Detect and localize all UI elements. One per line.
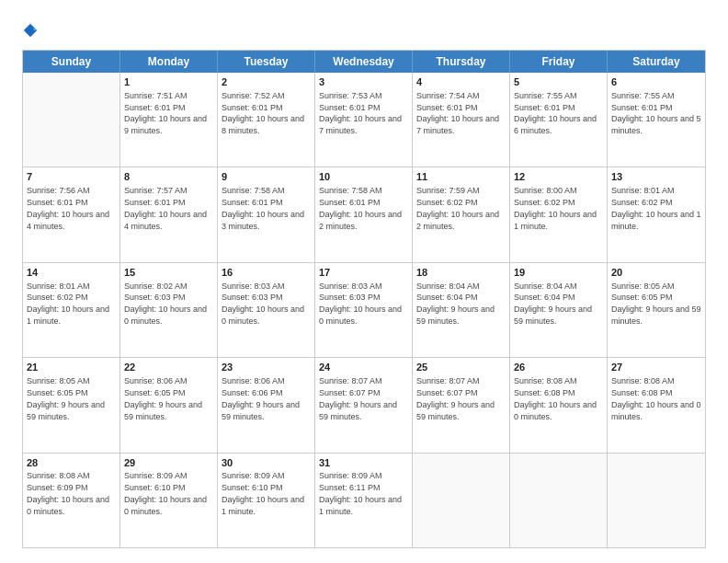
calendar-cell (510, 454, 608, 547)
day-number: 4 (416, 75, 506, 89)
day-number: 19 (514, 266, 603, 280)
day-number: 30 (222, 456, 311, 470)
day-number: 26 (514, 361, 603, 374)
cell-info: Sunrise: 7:54 AMSunset: 6:01 PMDaylight:… (416, 91, 499, 135)
calendar-header: SundayMondayTuesdayWednesdayThursdayFrid… (23, 51, 705, 73)
cell-info: Sunrise: 7:52 AMSunset: 6:01 PMDaylight:… (222, 91, 304, 135)
header (22, 18, 706, 39)
calendar-header-cell: Tuesday (218, 51, 315, 73)
calendar-cell (413, 454, 510, 547)
calendar-body: 1Sunrise: 7:51 AMSunset: 6:01 PMDaylight… (23, 73, 705, 547)
day-number: 18 (416, 266, 506, 280)
calendar-cell: 17Sunrise: 8:03 AMSunset: 6:03 PMDayligh… (315, 263, 413, 357)
calendar-cell (608, 454, 705, 547)
calendar-cell: 1Sunrise: 7:51 AMSunset: 6:01 PMDaylight… (120, 73, 218, 167)
day-number: 16 (222, 266, 311, 280)
day-number: 21 (27, 361, 116, 374)
calendar-header-cell: Saturday (608, 51, 705, 73)
cell-info: Sunrise: 8:08 AMSunset: 6:09 PMDaylight:… (27, 471, 109, 515)
cell-info: Sunrise: 8:02 AMSunset: 6:03 PMDaylight:… (124, 282, 207, 326)
calendar-cell: 11Sunrise: 7:59 AMSunset: 6:02 PMDayligh… (413, 167, 510, 261)
cell-info: Sunrise: 8:01 AMSunset: 6:02 PMDaylight:… (611, 186, 701, 230)
day-number: 10 (319, 170, 408, 184)
calendar-cell: 22Sunrise: 8:06 AMSunset: 6:05 PMDayligh… (120, 358, 218, 452)
day-number: 8 (124, 170, 213, 184)
day-number: 5 (514, 75, 603, 89)
calendar-cell: 27Sunrise: 8:08 AMSunset: 6:08 PMDayligh… (608, 358, 705, 452)
calendar-cell: 20Sunrise: 8:05 AMSunset: 6:05 PMDayligh… (608, 263, 705, 357)
cell-info: Sunrise: 8:04 AMSunset: 6:04 PMDaylight:… (514, 282, 592, 326)
calendar-cell: 16Sunrise: 8:03 AMSunset: 6:03 PMDayligh… (218, 263, 315, 357)
day-number: 31 (319, 456, 408, 470)
calendar-row: 28Sunrise: 8:08 AMSunset: 6:09 PMDayligh… (23, 454, 705, 547)
cell-info: Sunrise: 7:59 AMSunset: 6:02 PMDaylight:… (416, 186, 499, 230)
cell-info: Sunrise: 8:09 AMSunset: 6:10 PMDaylight:… (124, 471, 207, 515)
cell-info: Sunrise: 8:00 AMSunset: 6:02 PMDaylight:… (514, 186, 597, 230)
day-number: 1 (124, 75, 213, 89)
logo (22, 22, 42, 39)
day-number: 25 (416, 361, 506, 374)
calendar-header-cell: Wednesday (315, 51, 413, 73)
calendar-row: 7Sunrise: 7:56 AMSunset: 6:01 PMDaylight… (23, 167, 705, 262)
logo-icon (22, 22, 39, 39)
calendar-cell: 28Sunrise: 8:08 AMSunset: 6:09 PMDayligh… (23, 454, 120, 547)
cell-info: Sunrise: 8:09 AMSunset: 6:11 PMDaylight:… (319, 471, 402, 515)
cell-info: Sunrise: 8:05 AMSunset: 6:05 PMDaylight:… (27, 376, 105, 420)
cell-info: Sunrise: 8:01 AMSunset: 6:02 PMDaylight:… (27, 282, 109, 326)
calendar-cell (23, 73, 120, 167)
cell-info: Sunrise: 8:08 AMSunset: 6:08 PMDaylight:… (611, 376, 701, 420)
calendar-cell: 15Sunrise: 8:02 AMSunset: 6:03 PMDayligh… (120, 263, 218, 357)
day-number: 17 (319, 266, 408, 280)
calendar-cell: 18Sunrise: 8:04 AMSunset: 6:04 PMDayligh… (413, 263, 510, 357)
day-number: 14 (27, 266, 116, 280)
cell-info: Sunrise: 7:51 AMSunset: 6:01 PMDaylight:… (124, 91, 207, 135)
day-number: 7 (27, 170, 116, 184)
calendar-cell: 14Sunrise: 8:01 AMSunset: 6:02 PMDayligh… (23, 263, 120, 357)
cell-info: Sunrise: 7:53 AMSunset: 6:01 PMDaylight:… (319, 91, 402, 135)
calendar-cell: 3Sunrise: 7:53 AMSunset: 6:01 PMDaylight… (315, 73, 413, 167)
calendar-header-cell: Thursday (413, 51, 510, 73)
page: SundayMondayTuesdayWednesdayThursdayFrid… (0, 0, 728, 563)
day-number: 23 (222, 361, 311, 374)
day-number: 3 (319, 75, 408, 89)
calendar-cell: 21Sunrise: 8:05 AMSunset: 6:05 PMDayligh… (23, 358, 120, 452)
day-number: 20 (611, 266, 701, 280)
cell-info: Sunrise: 8:06 AMSunset: 6:06 PMDaylight:… (222, 376, 300, 420)
calendar-cell: 9Sunrise: 7:58 AMSunset: 6:01 PMDaylight… (218, 167, 315, 261)
calendar-cell: 19Sunrise: 8:04 AMSunset: 6:04 PMDayligh… (510, 263, 608, 357)
day-number: 2 (222, 75, 311, 89)
calendar-cell: 25Sunrise: 8:07 AMSunset: 6:07 PMDayligh… (413, 358, 510, 452)
calendar-header-cell: Friday (510, 51, 608, 73)
calendar-cell: 4Sunrise: 7:54 AMSunset: 6:01 PMDaylight… (413, 73, 510, 167)
day-number: 29 (124, 456, 213, 470)
cell-info: Sunrise: 8:04 AMSunset: 6:04 PMDaylight:… (416, 282, 495, 326)
day-number: 27 (611, 361, 701, 374)
cell-info: Sunrise: 8:03 AMSunset: 6:03 PMDaylight:… (319, 282, 402, 326)
cell-info: Sunrise: 8:08 AMSunset: 6:08 PMDaylight:… (514, 376, 597, 420)
day-number: 13 (611, 170, 701, 184)
day-number: 28 (27, 456, 116, 470)
calendar: SundayMondayTuesdayWednesdayThursdayFrid… (22, 50, 706, 548)
cell-info: Sunrise: 7:56 AMSunset: 6:01 PMDaylight:… (27, 186, 109, 230)
calendar-cell: 23Sunrise: 8:06 AMSunset: 6:06 PMDayligh… (218, 358, 315, 452)
cell-info: Sunrise: 7:58 AMSunset: 6:01 PMDaylight:… (222, 186, 304, 230)
cell-info: Sunrise: 7:55 AMSunset: 6:01 PMDaylight:… (514, 91, 597, 135)
day-number: 11 (416, 170, 506, 184)
calendar-cell: 12Sunrise: 8:00 AMSunset: 6:02 PMDayligh… (510, 167, 608, 261)
calendar-cell: 2Sunrise: 7:52 AMSunset: 6:01 PMDaylight… (218, 73, 315, 167)
calendar-cell: 7Sunrise: 7:56 AMSunset: 6:01 PMDaylight… (23, 167, 120, 261)
calendar-header-cell: Sunday (23, 51, 120, 73)
calendar-row: 21Sunrise: 8:05 AMSunset: 6:05 PMDayligh… (23, 358, 705, 453)
calendar-cell: 29Sunrise: 8:09 AMSunset: 6:10 PMDayligh… (120, 454, 218, 547)
calendar-header-cell: Monday (120, 51, 218, 73)
cell-info: Sunrise: 7:58 AMSunset: 6:01 PMDaylight:… (319, 186, 402, 230)
day-number: 12 (514, 170, 603, 184)
day-number: 24 (319, 361, 408, 374)
day-number: 15 (124, 266, 213, 280)
day-number: 6 (611, 75, 701, 89)
cell-info: Sunrise: 7:55 AMSunset: 6:01 PMDaylight:… (611, 91, 701, 135)
calendar-cell: 8Sunrise: 7:57 AMSunset: 6:01 PMDaylight… (120, 167, 218, 261)
calendar-cell: 10Sunrise: 7:58 AMSunset: 6:01 PMDayligh… (315, 167, 413, 261)
calendar-row: 14Sunrise: 8:01 AMSunset: 6:02 PMDayligh… (23, 263, 705, 358)
calendar-cell: 5Sunrise: 7:55 AMSunset: 6:01 PMDaylight… (510, 73, 608, 167)
